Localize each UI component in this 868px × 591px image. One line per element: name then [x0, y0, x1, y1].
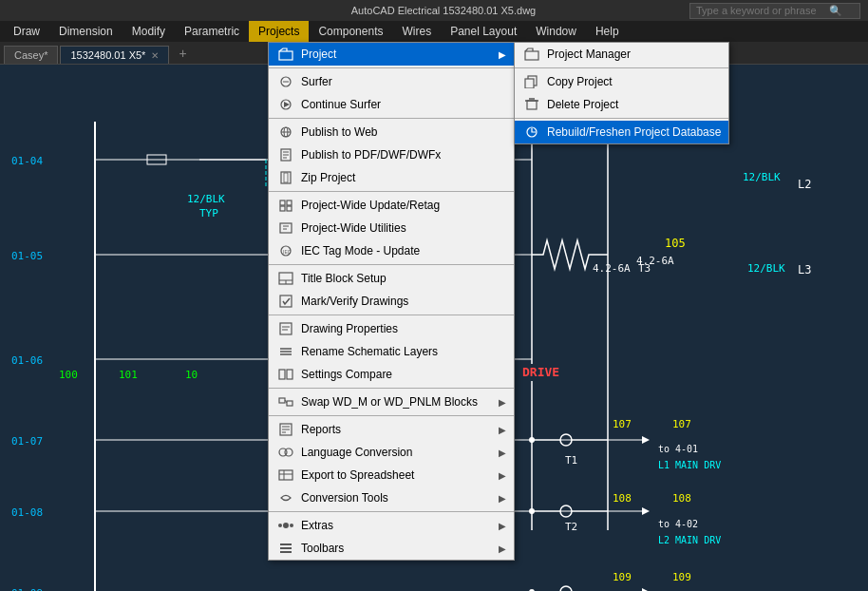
menu-draw[interactable]: Draw — [4, 21, 49, 42]
menu-projects[interactable]: Projects — [249, 21, 309, 42]
svg-rect-83 — [280, 200, 285, 205]
menu-item-project-manager[interactable]: Project Manager — [515, 43, 728, 66]
svg-text:L1 MAIN  DRV: L1 MAIN DRV — [658, 460, 721, 470]
svg-text:L3: L3 — [798, 263, 811, 276]
svg-text:108: 108 — [672, 492, 691, 505]
continue-surfer-label: Continue Surfer — [301, 98, 381, 111]
project-label: Project — [301, 48, 336, 61]
settings-compare-label: Settings Compare — [301, 368, 392, 381]
divider-1 — [269, 67, 514, 68]
menu-item-swap-blocks[interactable]: Swap WD_M or WD_PNLM Blocks ▶ — [269, 391, 514, 413]
tab-drawing[interactable]: 1532480.01 X5* ✕ — [60, 46, 169, 64]
menu-item-settings-compare[interactable]: Settings Compare — [269, 363, 514, 386]
menu-wires[interactable]: Wires — [392, 21, 441, 42]
menu-help[interactable]: Help — [586, 21, 629, 42]
rename-layers-label: Rename Schematic Layers — [301, 345, 438, 358]
menu-item-drawing-props[interactable]: Drawing Properties — [269, 317, 514, 340]
svg-text:4.2-6A: 4.2-6A — [636, 255, 674, 267]
menu-components[interactable]: Components — [309, 21, 392, 42]
menu-item-publish-web[interactable]: Publish to Web — [269, 121, 514, 143]
menu-item-reports[interactable]: Reports ▶ — [269, 418, 514, 441]
svg-text:109: 109 — [613, 571, 632, 583]
menu-item-extras[interactable]: Extras ▶ — [269, 514, 514, 537]
swap-blocks-icon — [276, 394, 295, 410]
project-submenu: Project Manager Copy Project Delete Proj… — [514, 42, 729, 144]
svg-text:TYP: TYP — [199, 207, 218, 219]
menu-item-publish-pdf[interactable]: Publish to PDF/DWF/DWFx — [269, 143, 514, 166]
svg-text:4.2-6A: 4.2-6A — [593, 262, 631, 275]
surfer-label: Surfer — [301, 75, 332, 88]
menu-item-toolbars[interactable]: Toolbars ▶ — [269, 537, 514, 560]
tab-casey[interactable]: Casey* — [4, 46, 58, 64]
menu-panel-layout[interactable]: Panel Layout — [441, 21, 526, 42]
svg-rect-113 — [279, 470, 292, 480]
svg-text:100: 100 — [59, 369, 78, 381]
menu-item-export-spreadsheet[interactable]: Export to Spreadsheet ▶ — [269, 464, 514, 486]
update-retag-icon — [276, 198, 295, 213]
svg-text:01-05: 01-05 — [11, 250, 43, 262]
continue-surfer-icon — [276, 97, 295, 112]
menu-modify[interactable]: Modify — [123, 21, 175, 42]
menu-item-update-retag[interactable]: Project-Wide Update/Retag — [269, 194, 514, 217]
search-input[interactable] — [696, 5, 829, 16]
publish-pdf-icon — [276, 147, 295, 162]
svg-text:12/BLK: 12/BLK — [743, 171, 781, 183]
svg-text:T1: T1 — [565, 454, 577, 467]
project-manager-label: Project Manager — [547, 48, 631, 61]
conversion-tools-arrow: ▶ — [499, 493, 506, 504]
zip-icon — [276, 170, 295, 185]
menu-window[interactable]: Window — [526, 21, 586, 42]
svg-rect-124 — [525, 79, 534, 88]
zip-label: Zip Project — [301, 171, 355, 184]
toolbars-icon — [276, 541, 295, 556]
tab-close-icon[interactable]: ✕ — [151, 50, 159, 61]
menu-item-zip[interactable]: Zip Project — [269, 166, 514, 189]
drawing-props-icon — [276, 321, 295, 336]
svg-point-31 — [529, 508, 535, 514]
svg-text:01-09: 01-09 — [11, 587, 43, 591]
menu-item-project[interactable]: Project ▶ — [269, 43, 514, 66]
menu-item-utilities[interactable]: Project-Wide Utilities — [269, 217, 514, 239]
menu-item-continue-surfer[interactable]: Continue Surfer — [269, 93, 514, 116]
menu-item-title-block[interactable]: Title Block Setup — [269, 267, 514, 290]
svg-rect-96 — [280, 323, 292, 334]
svg-text:01-06: 01-06 — [11, 354, 43, 367]
svg-text:DRIVE: DRIVE — [522, 365, 559, 379]
tab-drawing-label: 1532480.01 X5* — [70, 49, 145, 61]
menu-item-rebuild-project[interactable]: Rebuild/Freshen Project Database — [515, 121, 728, 143]
menu-item-iec[interactable]: IEC IEC Tag Mode - Update — [269, 239, 514, 262]
menu-item-mark-verify[interactable]: Mark/Verify Drawings — [269, 290, 514, 313]
divider-7 — [269, 415, 514, 416]
svg-rect-105 — [287, 401, 292, 406]
svg-rect-122 — [525, 51, 538, 60]
toolbars-label: Toolbars — [301, 542, 344, 555]
menu-parametric[interactable]: Parametric — [175, 21, 249, 42]
svg-text:108: 108 — [613, 492, 632, 505]
menu-item-surfer[interactable]: Surfer — [269, 70, 514, 93]
menu-dimension[interactable]: Dimension — [49, 21, 123, 42]
surfer-icon — [276, 74, 295, 89]
copy-project-icon — [522, 74, 541, 89]
svg-text:IEC: IEC — [283, 249, 292, 255]
svg-rect-69 — [279, 51, 292, 60]
divider-8 — [269, 511, 514, 512]
svg-rect-103 — [287, 370, 292, 379]
utilities-label: Project-Wide Utilities — [301, 221, 406, 235]
search-box[interactable]: 🔍 — [689, 3, 860, 19]
menu-item-conversion-tools[interactable]: Conversion Tools ▶ — [269, 486, 514, 509]
tab-add-button[interactable]: + — [171, 43, 194, 64]
project-arrow: ▶ — [499, 49, 506, 60]
menu-item-rename-layers[interactable]: Rename Schematic Layers — [269, 340, 514, 363]
search-icon: 🔍 — [829, 5, 842, 17]
title-block-label: Title Block Setup — [301, 272, 387, 285]
window-title: AutoCAD Electrical 1532480.01 X5.dwg — [198, 5, 689, 16]
delete-project-label: Delete Project — [547, 98, 618, 111]
title-bar: AutoCAD Electrical 1532480.01 X5.dwg 🔍 — [0, 0, 868, 21]
menu-item-copy-project[interactable]: Copy Project — [515, 70, 728, 93]
menu-item-lang-conversion[interactable]: Language Conversion ▶ — [269, 441, 514, 464]
extras-label: Extras — [301, 519, 333, 532]
menu-item-delete-project[interactable]: Delete Project — [515, 93, 728, 116]
copy-project-label: Copy Project — [547, 75, 613, 88]
extras-icon — [276, 518, 295, 533]
toolbars-arrow: ▶ — [499, 543, 506, 554]
